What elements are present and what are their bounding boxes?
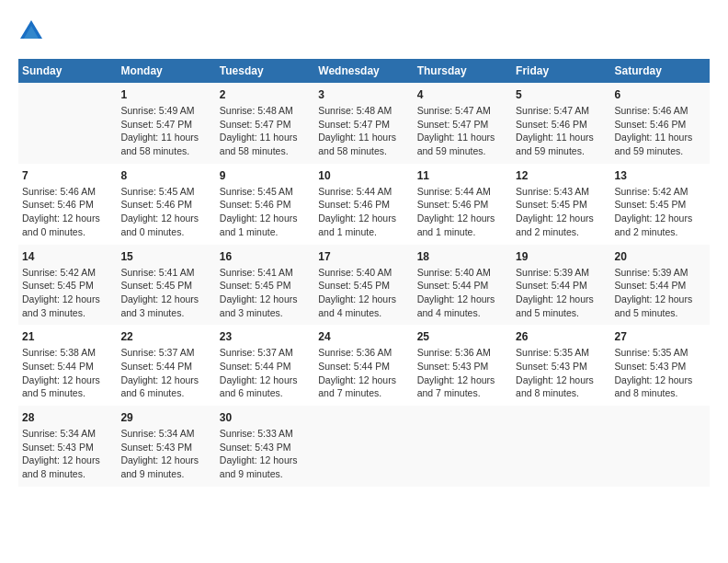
calendar-cell: 3Sunrise: 5:48 AM Sunset: 5:47 PM Daylig… bbox=[314, 83, 413, 164]
day-info: Sunrise: 5:38 AM Sunset: 5:44 PM Dayligh… bbox=[22, 346, 113, 400]
calendar-cell: 15Sunrise: 5:41 AM Sunset: 5:45 PM Dayli… bbox=[117, 245, 215, 326]
day-number: 1 bbox=[120, 88, 211, 101]
day-number: 29 bbox=[120, 411, 211, 424]
calendar-cell: 11Sunrise: 5:44 AM Sunset: 5:46 PM Dayli… bbox=[414, 164, 512, 245]
calendar-cell: 20Sunrise: 5:39 AM Sunset: 5:44 PM Dayli… bbox=[611, 245, 710, 326]
logo bbox=[18, 18, 48, 44]
day-info: Sunrise: 5:39 AM Sunset: 5:44 PM Dayligh… bbox=[516, 266, 607, 320]
calendar-table: SundayMondayTuesdayWednesdayThursdayFrid… bbox=[18, 59, 710, 487]
day-number: 24 bbox=[318, 330, 409, 343]
page-header bbox=[18, 18, 710, 44]
day-number: 28 bbox=[22, 411, 113, 424]
calendar-week-2: 14Sunrise: 5:42 AM Sunset: 5:45 PM Dayli… bbox=[18, 245, 710, 326]
day-info: Sunrise: 5:44 AM Sunset: 5:46 PM Dayligh… bbox=[417, 185, 508, 239]
calendar-cell bbox=[414, 406, 512, 487]
calendar-header: SundayMondayTuesdayWednesdayThursdayFrid… bbox=[18, 59, 710, 83]
header-day-monday: Monday bbox=[117, 59, 215, 83]
day-number: 5 bbox=[516, 88, 607, 101]
day-info: Sunrise: 5:41 AM Sunset: 5:45 PM Dayligh… bbox=[120, 266, 211, 320]
calendar-cell: 27Sunrise: 5:35 AM Sunset: 5:43 PM Dayli… bbox=[611, 325, 710, 406]
day-number: 7 bbox=[22, 169, 113, 182]
day-info: Sunrise: 5:39 AM Sunset: 5:44 PM Dayligh… bbox=[615, 266, 706, 320]
calendar-cell: 25Sunrise: 5:36 AM Sunset: 5:43 PM Dayli… bbox=[414, 325, 512, 406]
day-number: 23 bbox=[220, 330, 311, 343]
day-info: Sunrise: 5:45 AM Sunset: 5:46 PM Dayligh… bbox=[220, 185, 311, 239]
header-day-wednesday: Wednesday bbox=[314, 59, 413, 83]
calendar-cell: 13Sunrise: 5:42 AM Sunset: 5:45 PM Dayli… bbox=[611, 164, 710, 245]
calendar-cell: 19Sunrise: 5:39 AM Sunset: 5:44 PM Dayli… bbox=[512, 245, 610, 326]
calendar-cell: 8Sunrise: 5:45 AM Sunset: 5:46 PM Daylig… bbox=[117, 164, 215, 245]
calendar-cell: 9Sunrise: 5:45 AM Sunset: 5:46 PM Daylig… bbox=[216, 164, 314, 245]
calendar-cell: 23Sunrise: 5:37 AM Sunset: 5:44 PM Dayli… bbox=[216, 325, 314, 406]
day-info: Sunrise: 5:40 AM Sunset: 5:44 PM Dayligh… bbox=[417, 266, 508, 320]
calendar-cell: 22Sunrise: 5:37 AM Sunset: 5:44 PM Dayli… bbox=[117, 325, 215, 406]
day-info: Sunrise: 5:42 AM Sunset: 5:45 PM Dayligh… bbox=[615, 185, 706, 239]
day-info: Sunrise: 5:47 AM Sunset: 5:47 PM Dayligh… bbox=[417, 104, 508, 158]
day-info: Sunrise: 5:42 AM Sunset: 5:45 PM Dayligh… bbox=[22, 266, 113, 320]
day-number: 2 bbox=[220, 88, 311, 101]
day-info: Sunrise: 5:48 AM Sunset: 5:47 PM Dayligh… bbox=[318, 104, 409, 158]
day-info: Sunrise: 5:43 AM Sunset: 5:45 PM Dayligh… bbox=[516, 185, 607, 239]
day-number: 18 bbox=[417, 250, 508, 263]
calendar-cell bbox=[314, 406, 413, 487]
calendar-cell: 17Sunrise: 5:40 AM Sunset: 5:45 PM Dayli… bbox=[314, 245, 413, 326]
day-info: Sunrise: 5:44 AM Sunset: 5:46 PM Dayligh… bbox=[318, 185, 409, 239]
day-info: Sunrise: 5:47 AM Sunset: 5:46 PM Dayligh… bbox=[516, 104, 607, 158]
calendar-cell: 7Sunrise: 5:46 AM Sunset: 5:46 PM Daylig… bbox=[18, 164, 117, 245]
day-number: 15 bbox=[120, 250, 211, 263]
day-number: 30 bbox=[220, 411, 311, 424]
day-number: 4 bbox=[417, 88, 508, 101]
header-day-saturday: Saturday bbox=[611, 59, 710, 83]
day-info: Sunrise: 5:37 AM Sunset: 5:44 PM Dayligh… bbox=[120, 346, 211, 400]
day-info: Sunrise: 5:41 AM Sunset: 5:45 PM Dayligh… bbox=[220, 266, 311, 320]
calendar-cell: 1Sunrise: 5:49 AM Sunset: 5:47 PM Daylig… bbox=[117, 83, 215, 164]
calendar-cell: 12Sunrise: 5:43 AM Sunset: 5:45 PM Dayli… bbox=[512, 164, 610, 245]
calendar-week-4: 28Sunrise: 5:34 AM Sunset: 5:43 PM Dayli… bbox=[18, 406, 710, 487]
day-number: 3 bbox=[318, 88, 409, 101]
header-day-friday: Friday bbox=[512, 59, 610, 83]
day-info: Sunrise: 5:49 AM Sunset: 5:47 PM Dayligh… bbox=[120, 104, 211, 158]
day-number: 26 bbox=[516, 330, 607, 343]
header-day-tuesday: Tuesday bbox=[216, 59, 314, 83]
day-info: Sunrise: 5:35 AM Sunset: 5:43 PM Dayligh… bbox=[516, 346, 607, 400]
calendar-cell: 4Sunrise: 5:47 AM Sunset: 5:47 PM Daylig… bbox=[414, 83, 512, 164]
day-number: 25 bbox=[417, 330, 508, 343]
logo-icon bbox=[18, 18, 44, 44]
day-number: 12 bbox=[516, 169, 607, 182]
calendar-cell: 6Sunrise: 5:46 AM Sunset: 5:46 PM Daylig… bbox=[611, 83, 710, 164]
day-number: 11 bbox=[417, 169, 508, 182]
calendar-cell: 30Sunrise: 5:33 AM Sunset: 5:43 PM Dayli… bbox=[216, 406, 314, 487]
calendar-week-3: 21Sunrise: 5:38 AM Sunset: 5:44 PM Dayli… bbox=[18, 325, 710, 406]
calendar-cell: 24Sunrise: 5:36 AM Sunset: 5:44 PM Dayli… bbox=[314, 325, 413, 406]
day-info: Sunrise: 5:34 AM Sunset: 5:43 PM Dayligh… bbox=[22, 427, 113, 481]
calendar-body: 1Sunrise: 5:49 AM Sunset: 5:47 PM Daylig… bbox=[18, 83, 710, 487]
day-number: 10 bbox=[318, 169, 409, 182]
day-number: 20 bbox=[615, 250, 706, 263]
day-number: 22 bbox=[120, 330, 211, 343]
calendar-cell: 26Sunrise: 5:35 AM Sunset: 5:43 PM Dayli… bbox=[512, 325, 610, 406]
header-day-sunday: Sunday bbox=[18, 59, 117, 83]
calendar-cell: 14Sunrise: 5:42 AM Sunset: 5:45 PM Dayli… bbox=[18, 245, 117, 326]
day-number: 9 bbox=[220, 169, 311, 182]
day-info: Sunrise: 5:36 AM Sunset: 5:43 PM Dayligh… bbox=[417, 346, 508, 400]
calendar-cell bbox=[18, 83, 117, 164]
day-info: Sunrise: 5:46 AM Sunset: 5:46 PM Dayligh… bbox=[22, 185, 113, 239]
day-info: Sunrise: 5:48 AM Sunset: 5:47 PM Dayligh… bbox=[220, 104, 311, 158]
day-number: 17 bbox=[318, 250, 409, 263]
calendar-cell: 21Sunrise: 5:38 AM Sunset: 5:44 PM Dayli… bbox=[18, 325, 117, 406]
header-day-thursday: Thursday bbox=[414, 59, 512, 83]
day-number: 19 bbox=[516, 250, 607, 263]
day-info: Sunrise: 5:34 AM Sunset: 5:43 PM Dayligh… bbox=[120, 427, 211, 481]
calendar-cell bbox=[512, 406, 610, 487]
day-number: 13 bbox=[615, 169, 706, 182]
day-info: Sunrise: 5:40 AM Sunset: 5:45 PM Dayligh… bbox=[318, 266, 409, 320]
calendar-cell: 29Sunrise: 5:34 AM Sunset: 5:43 PM Dayli… bbox=[117, 406, 215, 487]
calendar-cell: 28Sunrise: 5:34 AM Sunset: 5:43 PM Dayli… bbox=[18, 406, 117, 487]
calendar-week-1: 7Sunrise: 5:46 AM Sunset: 5:46 PM Daylig… bbox=[18, 164, 710, 245]
day-info: Sunrise: 5:36 AM Sunset: 5:44 PM Dayligh… bbox=[318, 346, 409, 400]
day-number: 27 bbox=[615, 330, 706, 343]
day-number: 16 bbox=[220, 250, 311, 263]
calendar-cell bbox=[611, 406, 710, 487]
day-number: 6 bbox=[615, 88, 706, 101]
calendar-week-0: 1Sunrise: 5:49 AM Sunset: 5:47 PM Daylig… bbox=[18, 83, 710, 164]
